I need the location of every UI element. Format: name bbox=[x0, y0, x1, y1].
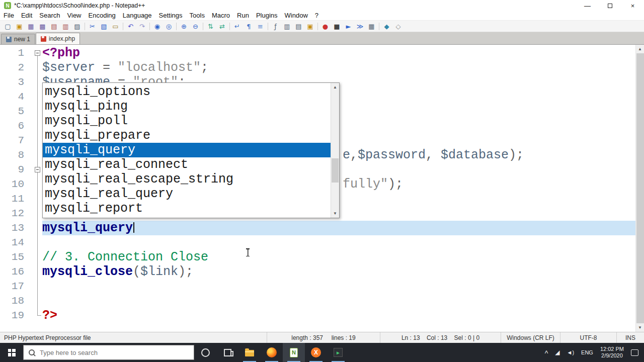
menu-item-settings[interactable]: Settings bbox=[155, 11, 186, 20]
undo-icon[interactable]: ↶ bbox=[125, 21, 136, 31]
find-icon[interactable]: ◉ bbox=[151, 21, 163, 31]
menu-item-file[interactable]: File bbox=[0, 11, 18, 20]
new-file-icon[interactable]: ▢ bbox=[2, 21, 14, 31]
folder-as-workspace-icon[interactable]: ▣ bbox=[304, 21, 316, 31]
fold-marker[interactable] bbox=[35, 50, 40, 56]
copy-icon[interactable]: ▧ bbox=[98, 21, 110, 31]
show-all-characters-icon[interactable]: ¶ bbox=[243, 21, 255, 31]
file-explorer-button[interactable] bbox=[238, 343, 261, 362]
replace-icon[interactable]: ◎ bbox=[163, 21, 175, 31]
close-all-icon[interactable]: ▥ bbox=[60, 21, 71, 31]
hidden-icons-chevron-icon[interactable]: ^ bbox=[541, 344, 552, 362]
macro-stop-icon[interactable]: ■ bbox=[331, 21, 343, 31]
code-line-15[interactable]: // 3. Connection Close bbox=[42, 250, 635, 264]
menu-item-language[interactable]: Language bbox=[119, 11, 155, 20]
xampp-button[interactable]: X bbox=[305, 343, 327, 362]
cut-icon[interactable]: ✂ bbox=[87, 21, 98, 31]
tab-new-1[interactable]: new 1 bbox=[1, 34, 35, 44]
autocomplete-item[interactable]: mysqli_report bbox=[43, 201, 331, 216]
code-line-16[interactable]: mysqli_close($link); bbox=[42, 264, 635, 279]
macro-save-icon[interactable]: ▦ bbox=[366, 21, 377, 31]
menu-item-view[interactable]: View bbox=[64, 11, 85, 20]
network-icon[interactable]: ◢ bbox=[551, 343, 563, 362]
status-encoding[interactable]: UTF-8 bbox=[560, 332, 616, 343]
scroll-down-arrow-icon[interactable]: ▼ bbox=[331, 209, 339, 218]
plugin-icon-1[interactable]: ◆ bbox=[381, 21, 392, 31]
macro-record-icon[interactable]: ● bbox=[319, 21, 331, 31]
scroll-up-arrow-icon[interactable]: ▲ bbox=[331, 83, 339, 92]
start-button[interactable] bbox=[0, 343, 23, 362]
fold-margin[interactable] bbox=[33, 45, 42, 332]
menu-item-run[interactable]: Run bbox=[233, 11, 253, 20]
document-map-icon[interactable]: ▥ bbox=[281, 21, 293, 31]
macro-play-icon[interactable]: ► bbox=[343, 21, 354, 31]
close-file-icon[interactable]: ▤ bbox=[48, 21, 60, 31]
editor[interactable]: 12345678910111213141516171819 <?php$serv… bbox=[0, 44, 644, 332]
indent-guide-icon[interactable]: ≡ bbox=[255, 21, 266, 31]
maximize-button[interactable] bbox=[599, 0, 621, 11]
autocomplete-item[interactable]: mysqli_ping bbox=[43, 99, 331, 114]
status-insert-mode[interactable]: INS bbox=[616, 332, 644, 343]
firefox-button[interactable] bbox=[261, 343, 283, 362]
menu-item-window[interactable]: Window bbox=[281, 11, 311, 20]
save-icon[interactable]: ▦ bbox=[25, 21, 37, 31]
macro-run-multiple-icon[interactable]: ≫ bbox=[354, 21, 366, 31]
function-list-icon[interactable]: ƒ bbox=[270, 21, 281, 31]
status-length-lines: length : 357 lines : 19 bbox=[267, 332, 380, 343]
task-view-button[interactable] bbox=[216, 343, 238, 362]
menu-item-search[interactable]: Search bbox=[36, 11, 63, 20]
volume-icon[interactable]: ◄) bbox=[564, 343, 578, 362]
menu-item-encoding[interactable]: Encoding bbox=[85, 11, 119, 20]
autocomplete-item[interactable]: mysqli_options bbox=[43, 84, 331, 99]
sync-vertical-icon[interactable]: ⇅ bbox=[205, 21, 216, 31]
redo-icon[interactable]: ↷ bbox=[136, 21, 148, 31]
editor-vertical-scrollbar[interactable]: ▲ ▼ bbox=[635, 45, 644, 332]
sync-horizontal-icon[interactable]: ⇄ bbox=[216, 21, 228, 31]
fold-marker[interactable] bbox=[35, 167, 40, 172]
scroll-up-arrow-icon[interactable]: ▲ bbox=[636, 45, 644, 53]
code-line-2[interactable]: $server = "localhost"; bbox=[42, 60, 635, 75]
menu-item-edit[interactable]: Edit bbox=[18, 11, 36, 20]
app-button[interactable]: ► bbox=[327, 343, 349, 362]
autocomplete-item[interactable]: mysqli_query bbox=[43, 143, 331, 157]
clock[interactable]: 12:02 PM 2/9/2020 bbox=[597, 343, 627, 362]
notepad-plus-plus-button[interactable]: N bbox=[283, 343, 305, 362]
menu-item-tools[interactable]: Tools bbox=[186, 11, 208, 20]
menu-item-help[interactable]: ? bbox=[311, 11, 322, 20]
taskbar-search[interactable] bbox=[23, 345, 194, 360]
autocomplete-item[interactable]: mysqli_prepare bbox=[43, 128, 331, 143]
zoom-out-icon[interactable]: ⊖ bbox=[190, 21, 201, 31]
search-input[interactable] bbox=[40, 349, 176, 356]
code-line-19[interactable]: ?> bbox=[42, 308, 635, 323]
code-line-13[interactable]: mysqli_query bbox=[42, 221, 635, 235]
menu-item-macro[interactable]: Macro bbox=[208, 11, 233, 20]
zoom-in-icon[interactable]: ⊕ bbox=[178, 21, 190, 31]
scrollbar-thumb[interactable] bbox=[332, 158, 339, 183]
scroll-down-arrow-icon[interactable]: ▼ bbox=[636, 323, 644, 332]
autocomplete-item[interactable]: mysqli_poll bbox=[43, 114, 331, 128]
code-line-18[interactable] bbox=[42, 294, 635, 308]
print-icon[interactable]: ▨ bbox=[71, 21, 83, 31]
paste-icon[interactable]: ▭ bbox=[110, 21, 121, 31]
autocomplete-item[interactable]: mysqli_real_query bbox=[43, 187, 331, 201]
save-all-icon[interactable]: ▩ bbox=[37, 21, 48, 31]
menu-item-plugins[interactable]: Plugins bbox=[253, 11, 281, 20]
autocomplete-item[interactable]: mysqli_real_connect bbox=[43, 157, 331, 172]
action-center[interactable] bbox=[627, 343, 642, 362]
autocomplete-item[interactable]: mysqli_real_escape_string bbox=[43, 172, 331, 187]
word-wrap-icon[interactable]: ↵ bbox=[231, 21, 243, 31]
close-button[interactable]: × bbox=[621, 0, 644, 11]
document-list-icon[interactable]: ▤ bbox=[293, 21, 304, 31]
plugin-icon-2[interactable]: ◇ bbox=[392, 21, 404, 31]
status-eol-format[interactable]: Windows (CR LF) bbox=[501, 332, 560, 343]
minimize-button[interactable]: — bbox=[576, 0, 599, 11]
autocomplete-scrollbar[interactable]: ▲ ▼ bbox=[331, 83, 339, 218]
code-line-17[interactable] bbox=[42, 279, 635, 294]
cortana-button[interactable] bbox=[194, 343, 216, 362]
tab-index.php[interactable]: index.php bbox=[36, 33, 80, 44]
open-file-icon[interactable]: ▣ bbox=[14, 21, 25, 31]
scrollbar-thumb[interactable] bbox=[636, 53, 644, 323]
code-line-1[interactable]: <?php bbox=[42, 46, 635, 60]
language-indicator[interactable]: ENG bbox=[578, 343, 597, 362]
code-line-14[interactable] bbox=[42, 235, 635, 250]
